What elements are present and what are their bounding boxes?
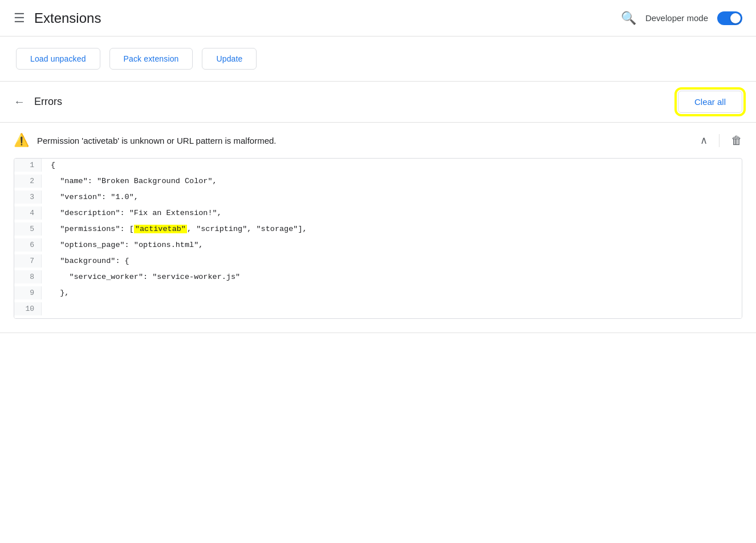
code-line-8: 8 "service_worker": "service-worker.js" (14, 270, 742, 286)
error-entry: ⚠️ Permission 'activetab' is unknown or … (0, 123, 756, 333)
code-line-10: 10 (14, 302, 742, 318)
line-number: 7 (14, 254, 42, 268)
error-header: ⚠️ Permission 'activetab' is unknown or … (0, 123, 756, 158)
back-arrow-icon[interactable]: ← (14, 95, 25, 108)
code-line-2: 2 "name": "Broken Background Color", (14, 175, 742, 191)
code-line-5: 5 "permissions": ["activetab", "scriptin… (14, 222, 742, 238)
developer-mode-toggle[interactable] (717, 11, 742, 25)
highlighted-text: "activetab" (134, 225, 187, 233)
code-line-7: 7 "background": { (14, 254, 742, 270)
line-number: 1 (14, 159, 42, 172)
errors-bar: ← Errors Clear all (0, 82, 756, 123)
line-number: 6 (14, 238, 42, 252)
line-number: 8 (14, 270, 42, 283)
line-content: "service_worker": "service-worker.js" (42, 270, 249, 283)
line-number: 2 (14, 175, 42, 188)
menu-icon[interactable]: ☰ (14, 11, 25, 26)
code-line-4: 4 "description": "Fix an Extension!", (14, 206, 742, 222)
line-number: 4 (14, 206, 42, 220)
search-icon[interactable]: 🔍 (621, 11, 636, 26)
line-content: "version": "1.0", (42, 191, 148, 204)
code-line-9: 9 }, (14, 286, 742, 302)
error-message: Permission 'activetab' is unknown or URL… (37, 136, 700, 145)
toggle-track (717, 11, 742, 25)
line-number: 10 (14, 302, 42, 315)
line-content: "background": { (42, 254, 139, 268)
clear-all-button[interactable]: Clear all (678, 91, 742, 113)
line-content: "description": "Fix an Extension!", (42, 206, 231, 220)
line-content (42, 302, 64, 315)
line-content: "name": "Broken Background Color", (42, 175, 226, 188)
delete-icon[interactable]: 🗑 (719, 134, 742, 147)
header-right: 🔍 Developer mode (621, 11, 742, 26)
code-line-6: 6 "options_page": "options.html", (14, 238, 742, 254)
page-title: Extensions (34, 10, 621, 26)
update-button[interactable]: Update (202, 48, 257, 70)
toggle-thumb (730, 13, 741, 23)
developer-mode-label: Developer mode (645, 13, 708, 23)
line-content: { (42, 159, 64, 172)
line-content: }, (42, 286, 78, 299)
line-number: 3 (14, 191, 42, 204)
warning-icon: ⚠️ (14, 133, 29, 148)
toolbar: Load unpacked Pack extension Update (0, 37, 756, 82)
code-line-3: 3 "version": "1.0", (14, 191, 742, 206)
line-content-5: "permissions": ["activetab", "scripting"… (42, 222, 316, 236)
line-number: 5 (14, 222, 42, 236)
line-number: 9 (14, 286, 42, 299)
code-block: 1 { 2 "name": "Broken Background Color",… (14, 158, 742, 319)
errors-title: Errors (34, 96, 678, 108)
header: ☰ Extensions 🔍 Developer mode (0, 0, 756, 37)
code-line-1: 1 { (14, 159, 742, 175)
pack-extension-button[interactable]: Pack extension (109, 48, 193, 70)
line-content: "options_page": "options.html", (42, 238, 212, 252)
chevron-up-icon[interactable]: ∧ (700, 134, 708, 147)
load-unpacked-button[interactable]: Load unpacked (16, 48, 100, 70)
